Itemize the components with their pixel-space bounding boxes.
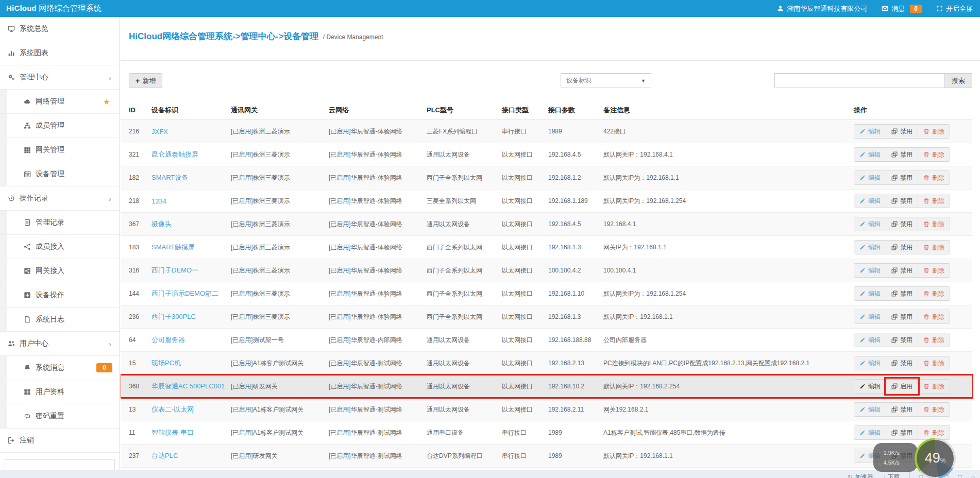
sidebar-item-admin-center[interactable]: 管理中心› — [0, 65, 120, 90]
trash-icon — [923, 175, 930, 181]
device-name-link[interactable]: 1234 — [151, 197, 166, 205]
sidebar-item-member-access[interactable]: 成员接入 — [0, 235, 120, 259]
enable-button[interactable]: 启用 — [886, 380, 918, 393]
sidebar-item-gateway-access[interactable]: 网关接入 — [0, 259, 120, 283]
disable-button[interactable]: 禁用 — [886, 287, 918, 300]
sidebar-item-system-log[interactable]: 系统日志 — [0, 308, 120, 332]
edit-button[interactable]: 编辑 — [854, 333, 886, 347]
cell-interface-param: 192.168.1.2 — [548, 174, 603, 181]
progress-circle[interactable]: 49 % — [915, 438, 956, 478]
device-name-link[interactable]: 西门子DEMO一 — [151, 266, 198, 274]
favorite-star-icon[interactable]: ★ — [103, 97, 110, 107]
disable-button[interactable]: 禁用 — [886, 333, 918, 347]
filter-field-select[interactable]: 设备标识 ▼ — [561, 73, 651, 88]
download-manager-button[interactable]: ↓ 下载 — [883, 472, 900, 478]
messages-link[interactable]: 消息 0 — [882, 4, 922, 13]
edit-button[interactable]: 编辑 — [854, 125, 886, 138]
sidebar-item-user-center[interactable]: 用户中心› — [0, 332, 120, 356]
sidebar-item-gateway-mgmt[interactable]: 网关管理 — [0, 138, 120, 162]
disable-button[interactable]: 禁用 — [886, 217, 918, 231]
device-name-link[interactable]: 智能仪表-串口 — [151, 429, 194, 436]
disable-button[interactable]: 禁用 — [886, 310, 918, 323]
edit-button[interactable]: 编辑 — [854, 264, 886, 277]
sidebar-item-device-mgmt[interactable]: 设备管理 — [0, 162, 120, 186]
bell-icon — [24, 364, 31, 371]
cell-cloud-network: [已启用]华辰智通-体验网络 — [329, 289, 427, 298]
company-account-link[interactable]: 湖南华辰智通科技有限公司 — [777, 4, 867, 13]
delete-button[interactable]: 删除 — [918, 171, 950, 184]
device-name-link[interactable]: 西门子演示DEMO箱二 — [151, 289, 218, 297]
sidebar-item-system-charts[interactable]: 系统图表 — [0, 41, 120, 65]
delete-button[interactable]: 删除 — [918, 241, 950, 254]
fullscreen-button[interactable]: 开启全屏 — [936, 4, 973, 13]
browser-settings-icon[interactable]: ○ — [971, 472, 975, 478]
accelerator-button[interactable]: ↻ 加速器 — [848, 472, 873, 478]
device-name-link[interactable]: 公司服务器 — [151, 336, 185, 344]
disable-button[interactable]: 禁用 — [886, 264, 918, 277]
sidebar-item-admin-records[interactable]: 管理记录 — [0, 211, 120, 235]
users-icon — [8, 340, 15, 347]
device-name-link[interactable]: SMART设备 — [151, 174, 188, 181]
sidebar-item-network-mgmt[interactable]: 网络管理★ — [0, 90, 120, 114]
delete-button[interactable]: 删除 — [918, 148, 950, 161]
device-name-link[interactable]: 昆仑通泰触摸屏 — [151, 150, 198, 158]
edit-button[interactable]: 编辑 — [854, 171, 886, 184]
browser-toolbar-icon[interactable]: □ — [958, 472, 962, 478]
disable-button[interactable]: 禁用 — [886, 171, 918, 184]
device-name-link[interactable]: 西门子300PLC — [151, 313, 196, 320]
delete-button[interactable]: 删除 — [918, 333, 950, 347]
disable-button[interactable]: 禁用 — [886, 241, 918, 254]
delete-button[interactable]: 删除 — [918, 194, 950, 208]
edit-button[interactable]: 编辑 — [854, 241, 886, 254]
device-name-link[interactable]: 摄像头 — [151, 220, 172, 228]
device-name-link[interactable]: 仪表二-以太网 — [151, 405, 194, 413]
disable-button[interactable]: 禁用 — [886, 356, 918, 370]
search-input[interactable] — [774, 73, 944, 88]
edit-button[interactable]: 编辑 — [854, 310, 886, 323]
edit-button[interactable]: 编辑 — [854, 148, 886, 161]
delete-button[interactable]: 删除 — [918, 264, 950, 277]
search-button[interactable]: 搜索 — [944, 73, 972, 88]
delete-button[interactable]: 删除 — [918, 380, 950, 393]
edit-button[interactable]: 编辑 — [854, 356, 886, 370]
device-name-link[interactable]: 华辰智通AC 500PLC001 — [151, 382, 225, 390]
upload-speed-value: 1.9K/s — [884, 450, 900, 456]
device-name-link[interactable]: 现场PC机 — [151, 359, 181, 367]
speed-pill[interactable]: ↑ 1.9K/s ↓ 4.5K/s — [873, 443, 918, 472]
cell-actions: 编辑禁用删除 — [851, 356, 972, 370]
disable-button[interactable]: 禁用 — [886, 426, 918, 439]
column-header: 接口类型 — [502, 106, 548, 115]
edit-button[interactable]: 编辑 — [854, 217, 886, 231]
sidebar-item-system-announcement[interactable]: 系统公告 — [5, 460, 114, 470]
disable-button[interactable]: 禁用 — [886, 403, 918, 416]
disable-button[interactable]: 禁用 — [886, 194, 918, 208]
edit-button[interactable]: 编辑 — [854, 194, 886, 208]
disable-button[interactable]: 禁用 — [886, 125, 918, 138]
cell-remark: 网关IP为：192.168.1.1 — [603, 243, 851, 252]
delete-button[interactable]: 删除 — [918, 356, 950, 370]
delete-button[interactable]: 删除 — [918, 310, 950, 323]
add-device-button[interactable]: + 新增 — [129, 73, 162, 88]
delete-button[interactable]: 删除 — [918, 217, 950, 231]
sidebar-item-device-operation[interactable]: 设备操作 — [0, 283, 120, 308]
delete-button[interactable]: 删除 — [918, 403, 950, 416]
edit-button[interactable]: 编辑 — [854, 426, 886, 439]
sidebar-item-password-reset[interactable]: 密码重置 — [0, 404, 120, 429]
edit-button[interactable]: 编辑 — [854, 403, 886, 416]
sidebar-item-logout[interactable]: 注销 — [0, 429, 120, 453]
sidebar-item-operation-log[interactable]: 操作记录› — [0, 186, 120, 211]
device-name-link[interactable]: JXFX — [151, 128, 168, 135]
device-name-link[interactable]: SMART触摸屏 — [151, 243, 195, 251]
delete-button[interactable]: 删除 — [918, 125, 950, 138]
sidebar-item-system-messages[interactable]: 系统消息0 — [0, 356, 120, 380]
sidebar-item-member-mgmt[interactable]: 成员管理 — [0, 114, 120, 138]
sidebar-item-label: 用户中心 — [20, 339, 48, 348]
sidebar-item-system-overview[interactable]: 系统总览 — [0, 17, 120, 41]
sidebar-item-user-profile[interactable]: 用户资料 — [0, 380, 120, 404]
edit-button[interactable]: 编辑 — [854, 380, 886, 393]
edit-button[interactable]: 编辑 — [854, 287, 886, 300]
cell-interface-type: 以太网接口 — [502, 197, 548, 206]
delete-button[interactable]: 删除 — [918, 287, 950, 300]
device-name-link[interactable]: 台达PLC — [151, 452, 178, 459]
disable-button[interactable]: 禁用 — [886, 148, 918, 161]
